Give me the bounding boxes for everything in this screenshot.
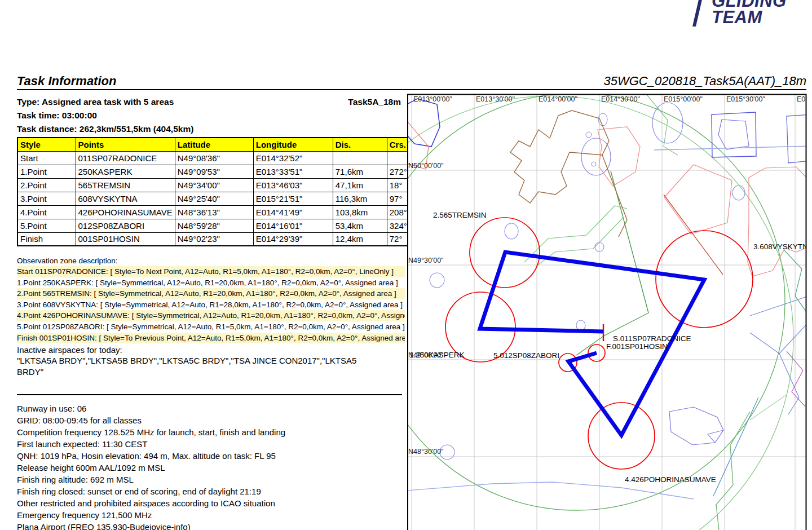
inactive-airspaces-line2: BRDY" <box>17 367 43 377</box>
col-longitude: Longitude <box>253 138 333 151</box>
note-line: Release height 600m AAL/1092 m MSL <box>17 462 406 474</box>
gliding-team-logo: GLIDING TEAM <box>696 0 787 26</box>
table-row: Finish001SP01HOSINN49°02'23"E014°29'39"1… <box>17 232 418 246</box>
label-pohorinasumave: 4.426POHORINASUMAVE <box>625 475 716 484</box>
oz-line: 2.Point 565TREMSIN: [ Style=Symmetrical,… <box>17 288 405 299</box>
svg-text:E013°00'00": E013°00'00" <box>413 95 452 103</box>
svg-text:E014°30'00": E014°30'00" <box>601 95 640 103</box>
airspace-red <box>407 121 812 276</box>
svg-text:E013°30'00": E013°30'00" <box>476 95 515 103</box>
oz-line: Finish 001SP01HOSIN: [ Style=To Previous… <box>17 333 405 344</box>
col-dis: Dis. <box>333 138 387 151</box>
task-time: Task time: 03:00:00 <box>17 111 97 121</box>
svg-text:E015°00'00": E015°00'00" <box>664 95 703 103</box>
airspace-brown <box>510 111 627 237</box>
oz-description-list: Start 011SP07RADONICE: [ Style=To Next P… <box>17 266 405 343</box>
note-line: GRID: 08:00-09:45 for all classes <box>17 414 406 426</box>
note-line: First launch expected: 11:30 CEST <box>17 438 406 450</box>
airspace-green <box>407 93 810 530</box>
note-line: Emergency frequency 121,500 MHz <box>17 509 406 521</box>
oz-line: Start 011SP07RADONICE: [ Style=To Next P… <box>17 266 405 277</box>
col-latitude: Latitude <box>175 138 253 151</box>
col-points: Points <box>76 138 175 151</box>
oz-line: 1.Point 250KASPERK: [ Style=Symmetrical,… <box>17 277 405 289</box>
page-title: Task Information <box>17 74 116 89</box>
note-line: Finish ring altitude: 692 m MSL <box>17 474 406 485</box>
col-style: Style <box>17 138 76 151</box>
svg-text:E014°00'00": E014°00'00" <box>539 95 577 103</box>
inactive-airspaces-title: Inactive airspaces for today: <box>17 345 122 355</box>
note-line: QNH: 1019 hPa, Hosin elevation: 494 m, M… <box>17 450 406 462</box>
doc-title: 35WGC_020818_Task5A(AAT)_18m <box>407 74 806 89</box>
label-tremsin: 2.565TREMSIN <box>433 211 487 219</box>
map-grid-labels: E013°00'00" E013°30'00" E014°00'00" E014… <box>408 95 812 456</box>
task-track <box>480 252 704 435</box>
task-type-line: Task5A_18m Type: Assigned area task with… <box>17 97 401 107</box>
briefing-notes: Runway in use: 06 GRID: 08:00-09:45 for … <box>17 403 406 530</box>
map-frame <box>408 95 806 530</box>
task-type: Type: Assigned area task with 5 areas <box>17 97 174 107</box>
task-map: E013°00'00" E013°30'00" E014°00'00" E014… <box>407 93 812 530</box>
label-radonice: S.011SP07RADONICE <box>613 334 691 343</box>
logo-line2: TEAM <box>712 7 762 27</box>
map-grid <box>408 95 806 530</box>
oz-line: 3.Point 608VYSKYTNA: [ Style=Symmetrical… <box>17 299 405 311</box>
table-header-row: Style Points Latitude Longitude Dis. Crs… <box>17 138 418 151</box>
table-row: 1.Point250KASPERKN49°09'53"E013°33'51"71… <box>17 165 418 178</box>
svg-text:E015°30'00": E015°30'00" <box>726 95 765 103</box>
svg-text:N50°00'00": N50°00'00" <box>408 162 444 170</box>
turnpoint-table: Style Points Latitude Longitude Dis. Crs… <box>17 137 418 246</box>
note-line: Finish ring closed: sunset or end of sco… <box>17 485 406 497</box>
oz-line: 5.Point 012SP08ZABORI: [ Style=Symmetric… <box>17 321 405 333</box>
task-code: Task5A_18m <box>348 97 401 107</box>
note-line: Competition frequency 128.525 MHz for la… <box>17 426 406 438</box>
svg-text:N48°30'00": N48°30'00" <box>408 448 444 456</box>
task-sheet-page: { "logo": { "line1": "GLIDING", "line2":… <box>0 0 812 530</box>
oz-line: 4.Point 426POHORINASUMAVE: [ Style=Symme… <box>17 310 405 321</box>
airspace-blue <box>407 99 812 499</box>
label-hosin: F.001SP01HOSIN <box>606 342 668 351</box>
logo-text: GLIDING TEAM <box>712 0 787 26</box>
svg-text:N49°30'00": N49°30'00" <box>408 257 444 264</box>
task-map-canvas: E013°00'00" E013°30'00" E014°00'00" E014… <box>407 93 812 530</box>
note-line: Plana Airport (FREQ 135,930-Budejovice-i… <box>17 521 406 530</box>
logo-slash-icon <box>692 0 703 26</box>
table-row: 2.Point565TREMSINN49°34'00"E013°46'03"47… <box>17 178 418 192</box>
table-row: 4.Point426POHORINASUMAVEN48°36'13"E014°4… <box>17 205 418 219</box>
table-row: 3.Point608VYSKYTNAN49°25'40"E015°21'51"1… <box>17 192 418 205</box>
note-line: Runway in use: 06 <box>17 403 406 414</box>
table-row: Start011SP07RADONICEN49°08'36"E014°32'52… <box>17 151 418 165</box>
oz-title: Observation zone description: <box>17 257 118 265</box>
task-distance: Task distance: 262,3km/551,5km (404,5km) <box>17 124 193 134</box>
section-divider <box>17 394 402 395</box>
label-zabori: 5.012SP08ZABORI <box>493 351 559 360</box>
note-line: Other restricted and prohibited airspace… <box>17 497 406 509</box>
inactive-airspaces-line1: "LKTSA5A BRDY","LKTSA5B BRDY","LKTSA5C B… <box>17 356 356 365</box>
label-vyskytna: 3.608VYSKYTNA <box>753 242 812 251</box>
svg-text:E016°00'00": E016°00'00" <box>797 95 812 103</box>
table-row: 5.Point012SP08ZABORIN48°59'28"E014°16'01… <box>17 219 418 232</box>
header-rule <box>17 89 806 90</box>
label-kasperk: 1.250KASPERK <box>409 351 465 359</box>
